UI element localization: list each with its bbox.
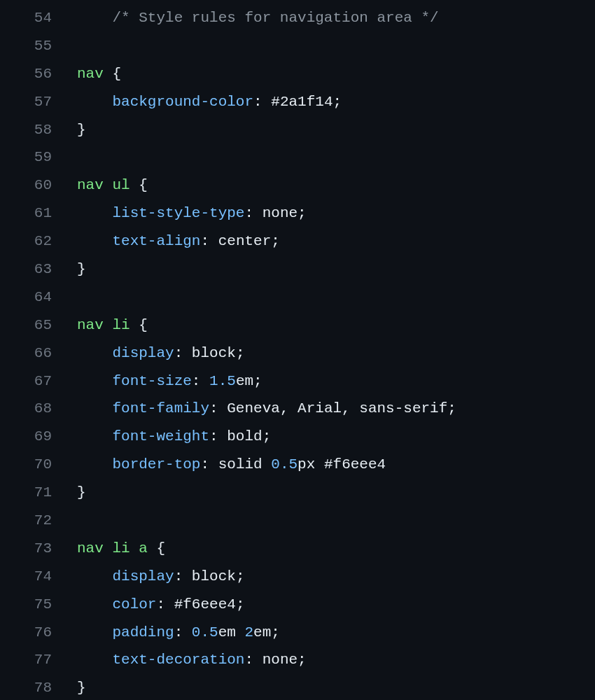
code-content[interactable]: nav li { [77, 312, 148, 340]
token-punct [148, 540, 157, 556]
code-content[interactable]: font-size: 1.5em; [77, 368, 262, 396]
token-punct: : [209, 400, 227, 416]
code-line[interactable]: 58} [0, 116, 595, 144]
code-content[interactable]: nav li a { [77, 535, 165, 563]
token-punct: : [200, 233, 218, 249]
code-line[interactable]: 61 list-style-type: none; [0, 200, 595, 227]
token-number: 0.5 [271, 456, 298, 472]
token-punct [77, 373, 112, 389]
token-property: display [112, 568, 174, 584]
token-punct: ; [298, 652, 307, 668]
code-line[interactable]: 71} [0, 479, 595, 507]
token-value: bold [227, 428, 262, 444]
token-punct: : [156, 596, 174, 612]
token-brace: { [156, 540, 165, 556]
code-content[interactable]: } [77, 674, 86, 700]
code-line[interactable]: 56nav { [0, 60, 595, 88]
code-line[interactable]: 62 text-align: center; [0, 227, 595, 255]
token-punct: : [253, 94, 271, 110]
token-number: 1.5 [209, 373, 236, 389]
code-line[interactable]: 77 text-decoration: none; [0, 646, 595, 674]
line-number: 70 [0, 451, 77, 479]
token-selector: li [112, 317, 130, 333]
code-content[interactable]: font-weight: bold; [77, 423, 271, 451]
code-line[interactable]: 72 [0, 507, 595, 535]
token-property: font-size [112, 373, 191, 389]
token-punct [104, 177, 113, 193]
token-punct [77, 233, 112, 249]
token-value: block [192, 345, 236, 361]
code-line[interactable]: 54 /* Style rules for navigation area */ [0, 4, 595, 32]
token-punct: : [174, 568, 192, 584]
token-selector: a [139, 540, 148, 556]
code-line[interactable]: 69 font-weight: bold; [0, 423, 595, 451]
token-brace: { [139, 317, 148, 333]
code-line[interactable]: 76 padding: 0.5em 2em; [0, 619, 595, 647]
code-line[interactable]: 68 font-family: Geneva, Arial, sans-seri… [0, 395, 595, 423]
code-line[interactable]: 73nav li a { [0, 535, 595, 563]
token-selector: nav [77, 317, 104, 333]
code-content[interactable]: display: block; [77, 340, 244, 368]
line-number: 63 [0, 255, 77, 284]
line-number: 54 [0, 4, 77, 32]
code-line[interactable]: 70 border-top: solid 0.5px #f6eee4 [0, 451, 595, 479]
code-line[interactable]: 59 [0, 144, 595, 172]
code-content[interactable]: display: block; [77, 563, 244, 591]
code-content[interactable]: border-top: solid 0.5px #f6eee4 [77, 451, 386, 479]
code-content[interactable]: text-decoration: none; [77, 646, 307, 674]
code-content[interactable]: padding: 0.5em 2em; [77, 619, 280, 647]
code-line[interactable]: 55 [0, 32, 595, 60]
token-brace: } [77, 680, 86, 696]
token-punct: : [200, 456, 218, 472]
code-line[interactable]: 67 font-size: 1.5em; [0, 368, 595, 396]
code-line[interactable]: 65nav li { [0, 312, 595, 340]
code-line[interactable]: 75 color: #f6eee4; [0, 591, 595, 619]
token-punct [77, 400, 112, 416]
token-property: padding [112, 624, 174, 640]
line-number: 75 [0, 591, 77, 619]
code-content[interactable]: } [77, 479, 86, 507]
token-punct: : [192, 373, 209, 389]
line-number: 77 [0, 646, 77, 674]
token-punct: ; [333, 94, 342, 110]
code-line[interactable]: 74 display: block; [0, 563, 595, 591]
code-content[interactable]: } [77, 116, 86, 144]
line-number: 58 [0, 116, 77, 144]
code-content[interactable]: /* Style rules for navigation area */ [77, 4, 439, 32]
line-number: 71 [0, 479, 77, 507]
token-punct: : [244, 205, 262, 221]
token-property: display [112, 345, 174, 361]
code-line[interactable]: 60nav ul { [0, 172, 595, 200]
code-content[interactable]: font-family: Geneva, Arial, sans-serif; [77, 395, 456, 423]
code-content[interactable]: list-style-type: none; [77, 200, 307, 227]
code-editor[interactable]: 54 /* Style rules for navigation area */… [0, 4, 595, 700]
code-content[interactable]: color: #f6eee4; [77, 591, 244, 619]
token-unit: em [236, 373, 253, 389]
token-punct: ; [236, 345, 245, 361]
token-punct: ; [298, 205, 307, 221]
token-punct [130, 317, 139, 333]
token-punct [77, 652, 112, 668]
code-line[interactable]: 57 background-color: #2a1f14; [0, 88, 595, 116]
line-number: 64 [0, 284, 77, 312]
code-content[interactable]: } [77, 255, 86, 284]
code-line[interactable]: 66 display: block; [0, 340, 595, 368]
code-line[interactable]: 78} [0, 674, 595, 700]
line-number: 78 [0, 674, 77, 700]
token-punct [77, 205, 112, 221]
code-content[interactable]: text-align: center; [77, 227, 280, 255]
code-line[interactable]: 64 [0, 284, 595, 312]
token-punct [77, 624, 112, 640]
code-content[interactable]: nav { [77, 60, 121, 88]
line-number: 73 [0, 535, 77, 563]
token-value: Geneva, Arial, sans-serif [227, 400, 447, 416]
token-punct [77, 94, 112, 110]
token-brace: { [139, 177, 148, 193]
token-punct [104, 540, 113, 556]
code-line[interactable]: 63} [0, 255, 595, 284]
token-punct: ; [236, 568, 245, 584]
token-punct [77, 10, 112, 26]
code-content[interactable]: background-color: #2a1f14; [77, 88, 342, 116]
token-punct: : [174, 624, 192, 640]
code-content[interactable]: nav ul { [77, 172, 148, 200]
